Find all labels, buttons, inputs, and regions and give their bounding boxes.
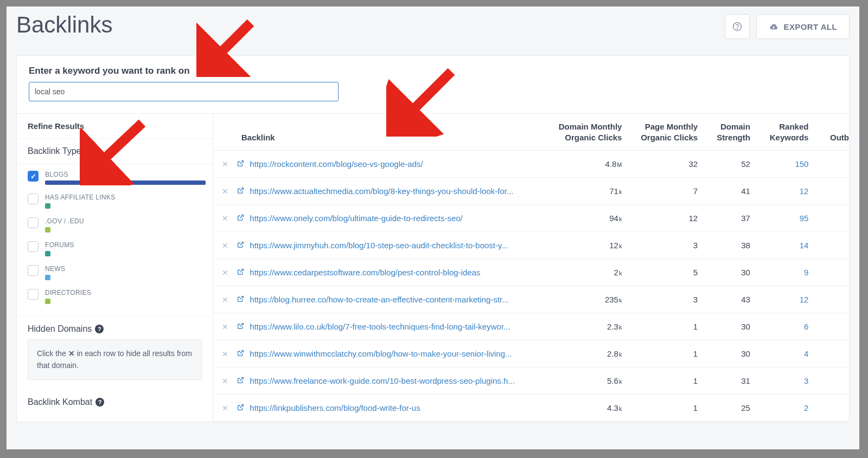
- hide-domain-icon[interactable]: ✕: [222, 187, 228, 196]
- backlink-types-heading: Backlink Types ?: [28, 146, 202, 156]
- svg-line-14: [240, 378, 244, 381]
- cloud-download-icon: [769, 23, 778, 30]
- cell-ranked-keywords[interactable]: 3: [756, 367, 814, 395]
- svg-line-7: [240, 188, 244, 191]
- help-icon[interactable]: ?: [95, 398, 104, 407]
- hide-domain-icon[interactable]: ✕: [222, 350, 228, 358]
- filter-type-row[interactable]: NEWS: [28, 261, 202, 285]
- cell-domain-strength: 38: [703, 232, 756, 259]
- hide-domain-icon[interactable]: ✕: [222, 404, 228, 412]
- cell-ranked-keywords[interactable]: 95: [756, 205, 814, 232]
- filter-checkbox[interactable]: [28, 241, 39, 252]
- table-row: ✕ https://www.freelance-work-guide.com/1…: [213, 367, 849, 395]
- backlink-url[interactable]: https://rockcontent.com/blog/seo-vs-goog…: [250, 159, 423, 169]
- cell-ranked-keywords[interactable]: 14: [756, 232, 814, 259]
- backlink-url[interactable]: https://www.winwithmcclatchy.com/blog/ho…: [250, 349, 512, 358]
- col-domain-strength[interactable]: DomainStrength: [703, 114, 756, 151]
- backlink-url[interactable]: https://blog.hurree.co/how-to-create-an-…: [250, 295, 508, 304]
- keyword-search-input[interactable]: [29, 82, 339, 101]
- external-link-icon[interactable]: [237, 295, 244, 304]
- external-link-icon[interactable]: [237, 377, 244, 385]
- filter-label: BLOGS: [45, 171, 206, 178]
- cell-domain-strength: 52: [703, 151, 756, 178]
- help-button[interactable]: [725, 14, 750, 39]
- hide-domain-icon[interactable]: ✕: [222, 377, 228, 385]
- cell-ranked-keywords[interactable]: 2: [756, 395, 814, 422]
- filter-chip: [45, 299, 50, 304]
- svg-line-8: [240, 215, 244, 218]
- help-icon[interactable]: ?: [95, 325, 104, 333]
- hide-domain-icon[interactable]: ✕: [222, 160, 228, 169]
- svg-line-11: [240, 296, 244, 300]
- export-all-button[interactable]: EXPORT ALL: [756, 14, 850, 39]
- cell-page-clicks: 5: [627, 259, 703, 286]
- col-backlink[interactable]: Backlink: [213, 114, 540, 151]
- filter-checkbox[interactable]: [28, 193, 39, 204]
- filter-type-row[interactable]: DIRECTORIES: [28, 285, 202, 308]
- hidden-domains-heading: Hidden Domains ?: [28, 324, 202, 334]
- svg-line-12: [240, 324, 244, 327]
- filter-label: DIRECTORIES: [45, 289, 202, 296]
- external-link-icon[interactable]: [237, 187, 244, 196]
- svg-point-5: [737, 28, 737, 29]
- external-link-icon[interactable]: [237, 214, 244, 223]
- export-label: EXPORT ALL: [784, 22, 837, 31]
- cell-ranked-keywords[interactable]: 150: [756, 151, 814, 178]
- cell-page-clicks: 32: [627, 151, 703, 178]
- cell-page-clicks: 1: [627, 313, 703, 340]
- filter-checkbox[interactable]: [28, 171, 39, 182]
- cell-page-clicks: 1: [627, 340, 703, 367]
- filter-type-row[interactable]: FORUMS: [28, 237, 202, 261]
- cell-ranked-keywords[interactable]: 12: [756, 286, 814, 313]
- external-link-icon[interactable]: [237, 350, 244, 358]
- filter-type-row[interactable]: .GOV / .EDU: [28, 213, 202, 237]
- cell-domain-clicks: 4.3k: [540, 395, 627, 422]
- svg-line-15: [240, 405, 244, 408]
- filter-label: FORUMS: [45, 241, 202, 249]
- search-label: Enter a keyword you want to rank on: [29, 66, 837, 76]
- filter-label: HAS AFFILIATE LINKS: [45, 193, 202, 201]
- backlink-url[interactable]: https://www.cedarpestsoftware.com/blog/p…: [250, 268, 480, 277]
- refine-results-heading: Refine Results: [28, 121, 202, 131]
- col-page-clicks[interactable]: Page MonthlyOrganic Clicks: [627, 114, 703, 151]
- backlink-url[interactable]: https://www.lilo.co.uk/blog/7-free-tools…: [250, 322, 510, 331]
- backlinks-table: Backlink Domain MonthlyOrganic Clicks Pa…: [213, 114, 849, 422]
- page-title: Backlinks: [16, 12, 112, 38]
- hide-domain-icon[interactable]: ✕: [222, 214, 228, 223]
- filter-chip: [45, 275, 50, 280]
- svg-line-6: [240, 161, 244, 164]
- hide-domain-icon[interactable]: ✕: [222, 322, 228, 331]
- cell-page-clicks: 12: [627, 205, 703, 232]
- backlink-url[interactable]: https://www.actualtechmedia.com/blog/8-k…: [250, 186, 513, 196]
- external-link-icon[interactable]: [237, 404, 244, 412]
- col-outbound[interactable]: Outb: [814, 114, 849, 151]
- cell-ranked-keywords[interactable]: 9: [756, 259, 814, 286]
- cell-ranked-keywords[interactable]: 6: [756, 313, 814, 340]
- cell-domain-clicks: 235k: [540, 286, 627, 313]
- backlink-url[interactable]: https://www.jimmyhuh.com/blog/10-step-se…: [250, 241, 508, 250]
- external-link-icon[interactable]: [237, 241, 244, 250]
- cell-page-clicks: 1: [627, 367, 703, 395]
- cell-ranked-keywords[interactable]: 4: [756, 340, 814, 367]
- hide-domain-icon[interactable]: ✕: [222, 241, 228, 250]
- backlink-url[interactable]: https://linkpublishers.com/blog/food-wri…: [250, 403, 420, 412]
- filter-checkbox[interactable]: [28, 265, 39, 276]
- external-link-icon[interactable]: [237, 268, 244, 277]
- help-icon[interactable]: ?: [88, 147, 97, 156]
- filter-type-row[interactable]: BLOGS: [28, 166, 202, 189]
- hide-domain-icon[interactable]: ✕: [222, 295, 228, 304]
- cell-domain-strength: 30: [703, 259, 756, 286]
- hide-domain-icon[interactable]: ✕: [222, 268, 228, 277]
- filter-chip: [45, 203, 50, 209]
- external-link-icon[interactable]: [237, 160, 244, 169]
- col-ranked-keywords[interactable]: RankedKeywords: [756, 114, 814, 151]
- external-link-icon[interactable]: [237, 322, 244, 331]
- backlink-url[interactable]: https://www.freelance-work-guide.com/10-…: [250, 376, 515, 385]
- filter-type-row[interactable]: HAS AFFILIATE LINKS: [28, 189, 202, 213]
- filter-checkbox[interactable]: [28, 289, 39, 300]
- backlink-url[interactable]: https://www.onely.com/blog/ultimate-guid…: [250, 214, 462, 223]
- col-domain-clicks[interactable]: Domain MonthlyOrganic Clicks: [540, 114, 627, 151]
- cell-page-clicks: 1: [627, 395, 703, 422]
- filter-checkbox[interactable]: [28, 217, 39, 228]
- cell-ranked-keywords[interactable]: 12: [756, 178, 814, 205]
